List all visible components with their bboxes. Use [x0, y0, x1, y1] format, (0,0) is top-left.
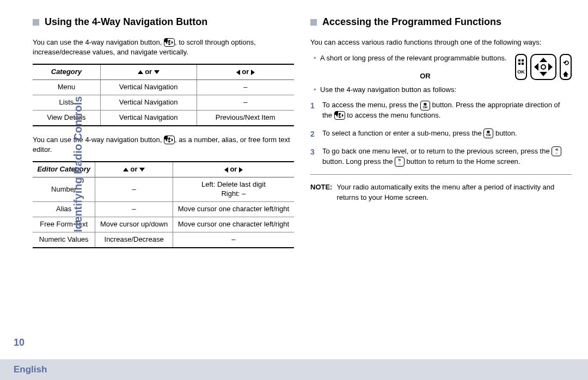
- home-icon: [563, 71, 568, 75]
- steps-list: To access the menu, press the ▦OK button…: [310, 100, 572, 167]
- right-intro: You can access various radio functions t…: [310, 38, 572, 47]
- menu-ok-button-icon: ▦OK: [420, 101, 430, 111]
- button-illustration: OK ⟲: [515, 54, 572, 80]
- t1-h2: or: [100, 64, 197, 79]
- arrow-right-icon: [239, 167, 243, 173]
- menu-grid-icon: [518, 59, 524, 65]
- back-arrow-icon: ⟲: [563, 59, 569, 66]
- t2-h3: or: [173, 162, 294, 177]
- arrow-up-icon: [138, 70, 143, 74]
- right-title: Accessing the Programmed Functions: [310, 16, 572, 28]
- note-block: NOTE: Your radio automatically exits the…: [310, 182, 572, 202]
- back-home-button-icon: ⟲⌂: [552, 146, 561, 156]
- page-number: 10: [14, 337, 24, 348]
- nav-4way-icon: [164, 38, 175, 47]
- arrow-down-icon: [139, 168, 145, 171]
- nav-4way-large-icon: [530, 54, 556, 80]
- arrow-right-icon: [251, 70, 255, 75]
- back-home-button-icon: ⟲: [560, 54, 572, 80]
- table-row: Numeric ValuesIncrease/Decrease–: [33, 232, 294, 247]
- t2-h1: Editor Category: [33, 162, 95, 177]
- footer-bar: English: [0, 359, 588, 380]
- bullet-item: OK ⟲ A short or long press of the releva…: [314, 54, 572, 80]
- nav-4way-icon: [164, 136, 175, 144]
- right-column: Accessing the Programmed Functions You c…: [310, 16, 572, 257]
- left-title-text: Using the 4-Way Navigation Button: [45, 16, 207, 28]
- step-item: To go back one menu level, or to return …: [310, 146, 572, 167]
- left-intro: You can use the 4-way navigation button,…: [33, 38, 294, 57]
- note-text: Your radio automatically exits the menu …: [336, 182, 572, 202]
- title-bullet-icon: [33, 19, 39, 26]
- note-label: NOTE:: [310, 182, 332, 202]
- right-title-text: Accessing the Programmed Functions: [322, 16, 501, 28]
- menu-ok-button-icon: OK: [515, 54, 527, 80]
- arrow-left-icon: [236, 70, 240, 75]
- step-item: To access the menu, press the ▦OK button…: [310, 100, 572, 121]
- t1-h3: or: [197, 64, 294, 79]
- title-bullet-icon: [310, 19, 317, 26]
- bullet-item: Use the 4-way navigation button as follo…: [314, 85, 572, 94]
- nav-4way-icon: [334, 111, 345, 120]
- left-title: Using the 4-Way Navigation Button: [33, 16, 294, 28]
- footer-language: English: [14, 364, 47, 375]
- back-home-button-icon: ⟲⌂: [395, 157, 405, 167]
- table-row: MenuVertical Navigation–: [33, 80, 294, 95]
- menu-ok-button-icon: ▦OK: [483, 128, 493, 138]
- side-section-label: Identifying Radio Controls: [72, 96, 84, 232]
- divider: [310, 174, 572, 175]
- arrow-left-icon: [224, 167, 228, 173]
- t1-h1: Category: [33, 64, 100, 79]
- step-item: To select a function or enter a sub-menu…: [310, 128, 572, 139]
- t2-h2: or: [95, 162, 173, 177]
- arrow-down-icon: [154, 70, 160, 74]
- arrow-up-icon: [123, 168, 128, 171]
